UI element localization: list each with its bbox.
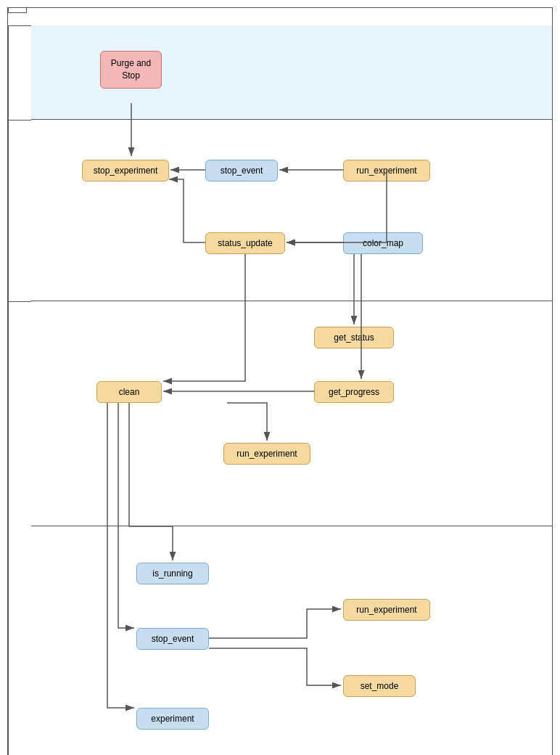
stop-event-view-node: stop_event xyxy=(205,160,278,181)
lanes-content: Purge andStop stop_experiment stop_event xyxy=(31,25,552,755)
run-experiment-ctrl-node: run_experiment xyxy=(223,443,310,465)
run-experiment-view-node: run_experiment xyxy=(343,160,430,181)
is-running-node: is_running xyxy=(136,563,209,584)
set-mode-node: set_mode xyxy=(343,675,416,697)
lane-label-model xyxy=(8,526,31,755)
lane-interface: Purge andStop xyxy=(31,25,552,120)
stop-experiment-view-node: stop_experiment xyxy=(82,160,169,181)
lane-view: stop_experiment stop_event run_experimen… xyxy=(31,120,552,301)
lane-label-interface xyxy=(8,25,31,120)
diagram-title xyxy=(8,7,27,13)
lane-labels-col xyxy=(8,25,31,755)
lane-controller: get_status clean get_progress run_experi… xyxy=(31,301,552,526)
stop-event-model-node: stop_event xyxy=(136,628,209,650)
lane-label-view xyxy=(8,120,31,301)
color-map-node: color_map xyxy=(343,232,423,254)
experiment-node: experiment xyxy=(136,708,209,730)
purge-stop-node: Purge andStop xyxy=(100,51,162,89)
diagram-container: Purge andStop stop_experiment stop_event xyxy=(7,7,553,755)
run-experiment-model-node: run_experiment xyxy=(343,599,430,621)
status-update-node: status_update xyxy=(205,232,285,254)
clean-node: clean xyxy=(96,381,162,403)
lane-model: is_running stop_event experiment run_exp… xyxy=(31,526,552,755)
lane-label-controller xyxy=(8,301,31,526)
get-status-node: get_status xyxy=(314,327,394,348)
get-progress-node: get_progress xyxy=(314,381,394,403)
